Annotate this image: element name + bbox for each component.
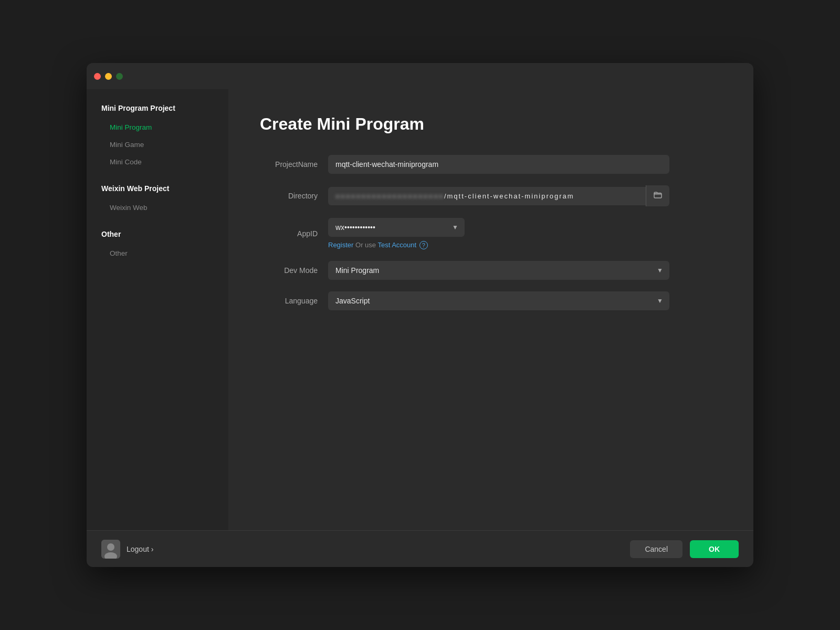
sidebar-section-other: Other (87, 226, 228, 243)
content-area: Mini Program Project Mini Program Mini G… (87, 89, 753, 530)
footer-right: Cancel OK (630, 540, 739, 558)
sidebar-item-mini-program[interactable]: Mini Program (87, 119, 228, 136)
sidebar-item-weixin-web[interactable]: Weixin Web (87, 199, 228, 216)
register-link[interactable]: Register (328, 241, 353, 249)
language-row: Language JavaScript TypeScript ▼ (260, 291, 669, 310)
directory-browse-button[interactable] (646, 185, 669, 206)
sidebar-item-mini-code[interactable]: Mini Code (87, 153, 228, 171)
sidebar-item-other[interactable]: Other (87, 245, 228, 262)
footer-left: Logout › (101, 540, 153, 559)
logout-button[interactable]: Logout › (127, 545, 153, 553)
appid-hint-separator: Or use (355, 241, 377, 249)
question-icon[interactable]: ? (419, 241, 428, 249)
svg-rect-0 (654, 193, 662, 198)
appid-hint: Register Or use Test Account ? (328, 241, 669, 249)
sidebar: Mini Program Project Mini Program Mini G… (87, 89, 228, 530)
create-form: ProjectName Directory ●●●●●●●●●●●●●●●●●●… (260, 155, 669, 310)
sidebar-section-mini-program-project: Mini Program Project (87, 100, 228, 117)
close-button[interactable] (94, 73, 101, 80)
appid-select[interactable]: wx•••••••••••• (328, 218, 465, 237)
devmode-row: Dev Mode Mini Program Mini Game ▼ (260, 261, 669, 280)
project-name-row: ProjectName (260, 155, 669, 174)
app-window: Mini Program Project Mini Program Mini G… (87, 63, 753, 567)
sidebar-item-mini-game[interactable]: Mini Game (87, 136, 228, 153)
titlebar (87, 63, 753, 89)
main-content: Create Mini Program ProjectName Director… (228, 89, 753, 530)
language-select-wrapper: JavaScript TypeScript ▼ (328, 291, 669, 310)
sidebar-section-weixin-web-project: Weixin Web Project (87, 180, 228, 197)
devmode-label: Dev Mode (260, 266, 318, 275)
appid-field: wx•••••••••••• ▼ Register Or use Test Ac… (328, 218, 669, 249)
maximize-button[interactable] (116, 73, 123, 80)
directory-blurred-prefix: ●●●●●●●●●●●●●●●●●●●●●/mqtt-client-wechat… (328, 187, 646, 205)
ok-button[interactable]: OK (690, 540, 739, 558)
test-account-link[interactable]: Test Account (377, 241, 416, 249)
devmode-select-wrapper: Mini Program Mini Game ▼ (328, 261, 669, 280)
language-label: Language (260, 297, 318, 305)
directory-field: ●●●●●●●●●●●●●●●●●●●●●/mqtt-client-wechat… (328, 185, 669, 206)
project-name-label: ProjectName (260, 160, 318, 169)
footer: Logout › Cancel OK (87, 530, 753, 567)
cancel-button[interactable]: Cancel (630, 540, 682, 558)
directory-label: Directory (260, 192, 318, 200)
page-title: Create Mini Program (260, 114, 722, 134)
avatar (101, 540, 120, 559)
minimize-button[interactable] (105, 73, 112, 80)
language-select[interactable]: JavaScript TypeScript (328, 291, 669, 310)
appid-select-wrapper: wx•••••••••••• ▼ (328, 218, 465, 237)
svg-point-2 (107, 543, 114, 551)
appid-row: AppID wx•••••••••••• ▼ Register Or use T… (260, 218, 669, 249)
project-name-input[interactable] (328, 155, 669, 174)
appid-label: AppID (260, 229, 318, 238)
devmode-select[interactable]: Mini Program Mini Game (328, 261, 669, 280)
directory-row: Directory ●●●●●●●●●●●●●●●●●●●●●/mqtt-cli… (260, 185, 669, 206)
